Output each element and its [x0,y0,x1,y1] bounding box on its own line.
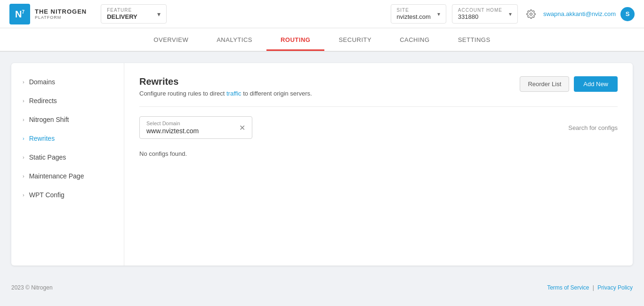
sidebar-item-label: Redirects [29,97,57,105]
chevron-right-icon: › [23,173,24,179]
content-card: › Domains › Redirects › Nitrogen Shift ›… [11,63,633,266]
account-selector[interactable]: ACCOUNT HOME 331880 ▾ [452,4,518,24]
user-avatar: S [620,7,635,21]
domain-selector-value: www.nviztest.com [146,127,199,135]
panel-actions: Reorder List Add New [520,76,618,92]
nav-item-overview[interactable]: OVERVIEW [139,30,202,50]
chevron-down-icon: ▾ [157,10,161,18]
domain-selector[interactable]: Select Domain www.nviztest.com ✕ [139,116,252,139]
sidebar-item-static-pages[interactable]: › Static Pages [11,148,124,167]
sidebar-item-redirects[interactable]: › Redirects [11,91,124,110]
logo-box: N7 [9,4,30,24]
logo-subtitle: PLATFORM [35,15,87,20]
domain-selector-content: Select Domain www.nviztest.com [146,121,199,135]
logo-area: N7 THE NITROGEN PLATFORM [9,4,87,24]
logo-text: THE NITROGEN PLATFORM [35,8,87,20]
feature-selector-text: FEATURE DELIVERY [107,8,137,20]
chevron-right-icon: › [23,79,24,85]
gear-icon[interactable] [523,7,539,22]
chevron-right-icon: › [23,154,24,160]
privacy-policy-link[interactable]: Privacy Policy [597,284,633,291]
account-value: 331880 [458,13,478,20]
right-panel: Rewrites Configure routing rules to dire… [124,63,633,266]
terms-of-service-link[interactable]: Terms of Service [547,284,589,291]
panel-title: Rewrites [139,76,312,87]
sidebar-item-label: Rewrites [29,135,55,142]
sidebar-item-nitrogen-shift[interactable]: › Nitrogen Shift [11,110,124,129]
logo-n: N7 [15,9,24,19]
sidebar-item-label: Nitrogen Shift [29,116,69,123]
feature-value: DELIVERY [107,13,137,20]
divider [139,106,618,107]
domain-selector-area: Select Domain www.nviztest.com ✕ Search … [139,116,618,139]
sidebar-item-label: Domains [29,78,55,86]
footer-links: Terms of Service | Privacy Policy [547,284,633,291]
sidebar-item-wpt-config[interactable]: › WPT Config [11,185,124,204]
account-label: ACCOUNT HOME [458,8,502,13]
site-value: nviztest.com [397,13,431,20]
panel-header: Rewrites Configure routing rules to dire… [139,76,618,97]
logo-superscript: 7 [22,9,24,15]
site-selector[interactable]: SITE nviztest.com ▾ [391,4,446,24]
user-area: swapna.akkanti@nviz.com S [523,7,635,22]
search-configs-link[interactable]: Search for configs [568,124,618,131]
footer: 2023 © Nitrogen Terms of Service | Priva… [0,277,644,298]
panel-subtitle: Configure routing rules to direct traffi… [139,90,312,97]
add-new-button[interactable]: Add New [574,76,618,92]
sidebar: › Domains › Redirects › Nitrogen Shift ›… [11,63,124,266]
no-configs-message: No configs found. [139,150,618,157]
nav-item-caching[interactable]: CACHING [386,30,443,50]
panel-title-area: Rewrites Configure routing rules to dire… [139,76,312,97]
feature-selector[interactable]: FEATURE DELIVERY ▾ [101,4,167,24]
nav-item-security[interactable]: SECURITY [324,30,386,50]
sidebar-item-label: WPT Config [29,191,64,199]
sidebar-item-label: Maintenance Page [29,172,84,180]
chevron-right-icon: › [23,192,24,198]
main-content: › Domains › Redirects › Nitrogen Shift ›… [0,52,644,277]
sidebar-item-label: Static Pages [29,153,66,161]
site-chevron-icon: ▾ [437,11,440,17]
reorder-list-button[interactable]: Reorder List [520,76,569,92]
user-email[interactable]: swapna.akkanti@nviz.com [543,10,616,17]
header: N7 THE NITROGEN PLATFORM FEATURE DELIVER… [0,0,644,28]
site-label: SITE [397,8,431,13]
svg-point-0 [530,13,532,15]
footer-copyright: 2023 © Nitrogen [11,284,53,291]
nav-item-analytics[interactable]: ANALYTICS [202,30,266,50]
traffic-link[interactable]: traffic [226,90,242,97]
account-chevron-icon: ▾ [509,11,512,17]
chevron-right-icon: › [23,136,24,141]
domain-selector-label: Select Domain [146,121,199,126]
site-selector-text: SITE nviztest.com [397,8,431,20]
logo-title: THE NITROGEN [35,8,87,15]
chevron-right-icon: › [23,117,24,122]
chevron-right-icon: › [23,98,24,104]
account-selector-text: ACCOUNT HOME 331880 [458,8,502,20]
sidebar-item-maintenance-page[interactable]: › Maintenance Page [11,167,124,185]
nav-item-routing[interactable]: ROUTING [266,30,324,50]
sidebar-item-rewrites[interactable]: › Rewrites [11,129,124,148]
feature-label: FEATURE [107,8,137,13]
footer-divider: | [593,284,596,291]
sidebar-item-domains[interactable]: › Domains [11,72,124,91]
clear-domain-icon[interactable]: ✕ [239,123,245,132]
nav-item-settings[interactable]: SETTINGS [444,30,505,50]
main-nav: OVERVIEW ANALYTICS ROUTING SECURITY CACH… [0,28,644,52]
